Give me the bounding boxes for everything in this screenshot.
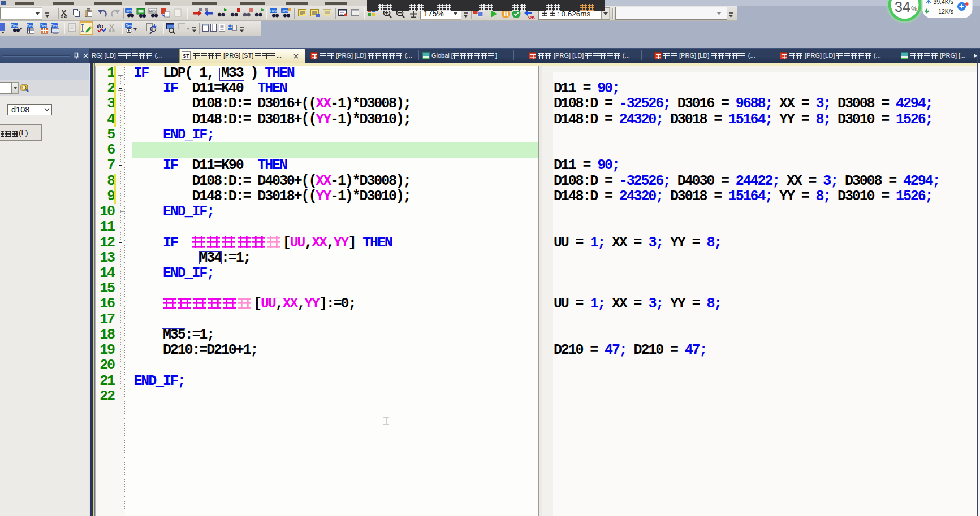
svg-text:12K/s: 12K/s bbox=[938, 8, 953, 15]
svg-text:Dev: Dev bbox=[51, 24, 58, 28]
svg-text:Dev: Dev bbox=[126, 24, 132, 28]
svg-text:Dev: Dev bbox=[282, 9, 288, 13]
svg-text:Dev: Dev bbox=[11, 24, 18, 28]
svg-text:39.4K/s: 39.4K/s bbox=[933, 0, 953, 5]
svg-text:Dev: Dev bbox=[27, 24, 33, 28]
svg-text:Dev: Dev bbox=[270, 9, 277, 13]
svg-text:Dev: Dev bbox=[126, 9, 132, 13]
svg-text:Dev: Dev bbox=[40, 24, 47, 28]
svg-text:HKY: HKY bbox=[149, 10, 156, 13]
svg-text:I/O: I/O bbox=[97, 24, 103, 29]
svg-text:OK: OK bbox=[528, 15, 535, 20]
svg-text:%: % bbox=[911, 5, 917, 13]
svg-text:34: 34 bbox=[895, 0, 910, 15]
